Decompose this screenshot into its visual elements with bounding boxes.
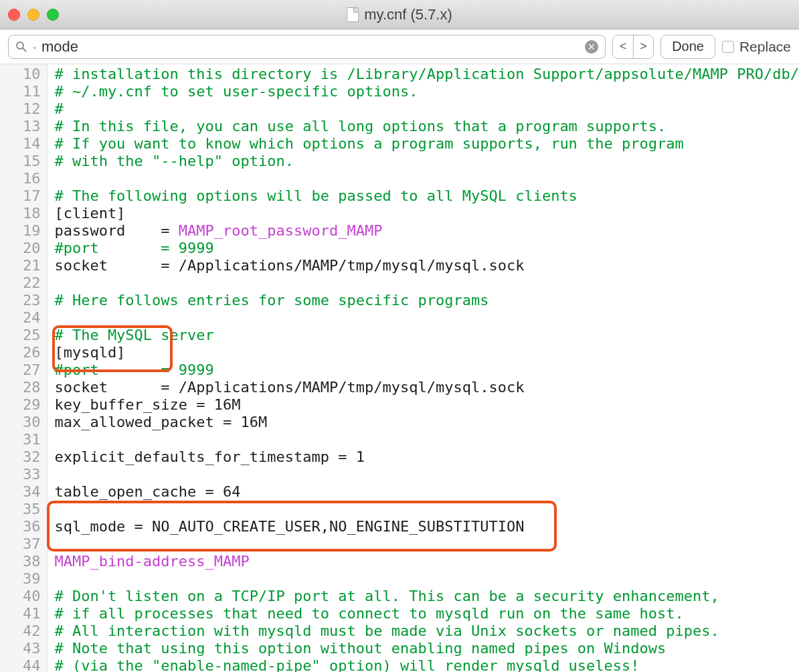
find-previous-button[interactable]: < xyxy=(613,35,633,58)
code-line[interactable] xyxy=(54,170,799,187)
file-icon xyxy=(347,7,359,22)
code-line[interactable]: # Note that using this option without en… xyxy=(54,640,799,657)
line-number: 18 xyxy=(0,205,40,222)
code-line[interactable]: MAMP_bind-address_MAMP xyxy=(54,553,799,570)
find-next-button[interactable]: > xyxy=(633,35,653,58)
line-number: 39 xyxy=(0,570,40,588)
line-number: 37 xyxy=(0,535,40,553)
line-number: 31 xyxy=(0,431,40,448)
code-line[interactable]: # installation this directory is /Librar… xyxy=(54,66,799,83)
code-line[interactable] xyxy=(54,466,799,483)
line-number: 30 xyxy=(0,414,40,431)
line-number: 24 xyxy=(0,309,40,327)
line-number: 14 xyxy=(0,135,40,153)
titlebar: my.cnf (5.7.x) xyxy=(0,0,799,29)
code-line[interactable]: # All interaction with mysqld must be ma… xyxy=(54,622,799,640)
line-number: 17 xyxy=(0,187,40,205)
line-number: 20 xyxy=(0,240,40,257)
line-number: 25 xyxy=(0,327,40,344)
code-line[interactable]: [mysqld] xyxy=(54,344,799,361)
code-line[interactable]: # with the "--help" option. xyxy=(54,153,799,170)
code-line[interactable] xyxy=(54,535,799,553)
code-line[interactable] xyxy=(54,309,799,327)
code-line[interactable]: # If you want to know which options a pr… xyxy=(54,135,799,153)
line-number: 12 xyxy=(0,100,40,118)
code-line[interactable]: # In this file, you can use all long opt… xyxy=(54,118,799,135)
clear-search-button[interactable]: ✕ xyxy=(585,40,598,54)
code-line[interactable] xyxy=(54,570,799,588)
code-line[interactable]: #port = 9999 xyxy=(54,361,799,379)
code-line[interactable]: table_open_cache = 64 xyxy=(54,483,799,501)
svg-point-0 xyxy=(17,42,23,49)
minimize-window-button[interactable] xyxy=(27,9,39,21)
line-number: 11 xyxy=(0,83,40,100)
line-number: 21 xyxy=(0,257,40,274)
line-number: 28 xyxy=(0,379,40,396)
line-number: 41 xyxy=(0,605,40,622)
code-line[interactable] xyxy=(54,431,799,448)
editor-window: my.cnf (5.7.x) ⌄ ✕ < > Done Replace 1011… xyxy=(0,0,799,672)
line-number: 29 xyxy=(0,396,40,414)
search-field-wrap[interactable]: ⌄ ✕ xyxy=(8,35,606,59)
line-number: 23 xyxy=(0,292,40,309)
line-number: 34 xyxy=(0,483,40,501)
replace-label: Replace xyxy=(739,39,791,55)
search-icon xyxy=(15,41,27,53)
code-line[interactable]: # xyxy=(54,100,799,118)
code-line[interactable]: # The MySQL server xyxy=(54,327,799,344)
line-number: 32 xyxy=(0,448,40,466)
close-icon: ✕ xyxy=(588,41,596,52)
code-line[interactable]: password = MAMP_root_password_MAMP xyxy=(54,222,799,240)
svg-line-1 xyxy=(23,48,26,52)
maximize-window-button[interactable] xyxy=(47,9,59,21)
search-dropdown-icon[interactable]: ⌄ xyxy=(31,42,37,51)
code-line[interactable]: max_allowed_packet = 16M xyxy=(54,414,799,431)
code-line[interactable]: socket = /Applications/MAMP/tmp/mysql/my… xyxy=(54,257,799,274)
search-input[interactable] xyxy=(41,38,581,56)
line-number: 38 xyxy=(0,553,40,570)
replace-toggle[interactable]: Replace xyxy=(722,39,791,55)
line-number: 44 xyxy=(0,657,40,672)
code-editor[interactable]: 1011121314151617181920212223242526272829… xyxy=(0,64,799,672)
find-nav-group: < > xyxy=(612,35,654,59)
code-line[interactable]: # if all processes that need to connect … xyxy=(54,605,799,622)
code-area[interactable]: # installation this directory is /Librar… xyxy=(48,64,799,672)
line-number: 42 xyxy=(0,622,40,640)
find-bar: ⌄ ✕ < > Done Replace xyxy=(0,29,799,64)
code-line[interactable] xyxy=(54,501,799,518)
line-number: 36 xyxy=(0,518,40,535)
line-number: 40 xyxy=(0,588,40,605)
line-number: 33 xyxy=(0,466,40,483)
line-number: 15 xyxy=(0,153,40,170)
code-line[interactable]: [client] xyxy=(54,205,799,222)
line-number: 27 xyxy=(0,361,40,379)
code-line[interactable]: # The following options will be passed t… xyxy=(54,187,799,205)
window-title: my.cnf (5.7.x) xyxy=(364,6,452,23)
line-number: 26 xyxy=(0,344,40,361)
line-number: 19 xyxy=(0,222,40,240)
code-line[interactable]: # (via the "enable-named-pipe" option) w… xyxy=(54,657,799,672)
code-line[interactable]: sql_mode = NO_AUTO_CREATE_USER,NO_ENGINE… xyxy=(54,518,799,535)
code-line[interactable]: #port = 9999 xyxy=(54,240,799,257)
line-number: 35 xyxy=(0,501,40,518)
code-line[interactable] xyxy=(54,274,799,292)
code-line[interactable]: key_buffer_size = 16M xyxy=(54,396,799,414)
line-number: 16 xyxy=(0,170,40,187)
line-number: 10 xyxy=(0,66,40,83)
code-line[interactable]: socket = /Applications/MAMP/tmp/mysql/my… xyxy=(54,379,799,396)
close-window-button[interactable] xyxy=(8,9,20,21)
window-title-wrap: my.cnf (5.7.x) xyxy=(347,6,452,23)
window-controls xyxy=(8,9,59,21)
code-line[interactable]: explicit_defaults_for_timestamp = 1 xyxy=(54,448,799,466)
line-number: 22 xyxy=(0,274,40,292)
line-number-gutter: 1011121314151617181920212223242526272829… xyxy=(0,64,48,672)
done-button[interactable]: Done xyxy=(660,35,715,59)
line-number: 43 xyxy=(0,640,40,657)
code-line[interactable]: # Here follows entries for some specific… xyxy=(54,292,799,309)
code-line[interactable]: # Don't listen on a TCP/IP port at all. … xyxy=(54,588,799,605)
replace-checkbox[interactable] xyxy=(722,41,734,53)
code-line[interactable]: # ~/.my.cnf to set user-specific options… xyxy=(54,83,799,100)
line-number: 13 xyxy=(0,118,40,135)
